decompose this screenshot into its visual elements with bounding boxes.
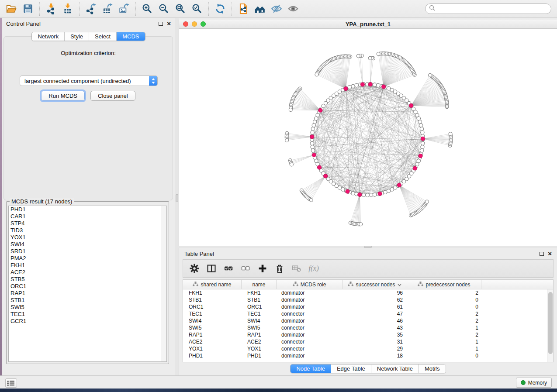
network-node[interactable] — [290, 163, 293, 166]
settings-icon[interactable] — [189, 263, 200, 274]
table-cell[interactable]: 2 — [407, 331, 481, 338]
table-cell[interactable]: 31 — [343, 338, 407, 345]
deselect-all-icon[interactable] — [240, 263, 251, 274]
mcds-result-item[interactable]: ACE2 — [9, 269, 166, 276]
table-cell[interactable]: 43 — [343, 324, 407, 331]
document-network-icon[interactable] — [236, 1, 251, 16]
mcds-result-item[interactable]: YOX1 — [9, 234, 166, 241]
network-node[interactable] — [449, 132, 452, 136]
task-history-button[interactable] — [5, 378, 17, 388]
network-node[interactable] — [419, 124, 423, 127]
table-cell[interactable]: 2 — [407, 317, 481, 324]
table-cell[interactable]: 61 — [343, 303, 407, 310]
network-node[interactable] — [315, 73, 318, 76]
network-node[interactable] — [420, 127, 423, 131]
tab-select[interactable]: Select — [89, 32, 116, 41]
mcds-hub-node[interactable] — [318, 108, 322, 112]
column-header-predecessor-nodes[interactable]: predecessor nodes — [407, 280, 481, 289]
splitter-grip[interactable] — [176, 194, 178, 202]
table-cell[interactable]: 47 — [343, 310, 407, 317]
node-table[interactable]: shared namenameMCDS rolesuccessor nodesp… — [183, 279, 554, 362]
network-node[interactable] — [313, 120, 317, 124]
mcds-result-item[interactable]: SWI5 — [9, 304, 166, 311]
table-cell[interactable]: connector — [277, 310, 343, 317]
network-window-titlebar[interactable]: YPA_prune.txt_1 — [179, 20, 557, 29]
network-node[interactable] — [425, 200, 429, 203]
search-box[interactable] — [425, 3, 551, 14]
tab-node-table[interactable]: Node Table — [291, 364, 331, 373]
network-node[interactable] — [366, 193, 369, 197]
table-cell[interactable]: 0 — [407, 296, 481, 303]
mcds-hub-node[interactable] — [378, 192, 382, 196]
mcds-result-item[interactable]: STB1 — [9, 297, 166, 304]
export-network-icon[interactable] — [83, 1, 98, 16]
table-row[interactable]: PHD1PHD1dominator180 — [183, 352, 553, 359]
table-row[interactable]: RAP1RAP1dominator352 — [183, 331, 553, 338]
float-panel-button[interactable] — [159, 22, 163, 26]
zoom-in-icon[interactable] — [140, 1, 155, 16]
zoom-selected-icon[interactable] — [190, 1, 204, 16]
network-graph[interactable] — [179, 29, 557, 246]
network-node[interactable] — [373, 83, 376, 86]
table-cell[interactable]: SWI5 — [183, 324, 242, 331]
table-cell[interactable]: connector — [277, 345, 343, 352]
mcds-result-list[interactable]: PHD1CAR1STP4TID3YOX1SWI4SRD1PMA2FKH1ACE2… — [8, 206, 167, 362]
network-node[interactable] — [285, 138, 289, 142]
mcds-hub-node[interactable] — [382, 85, 386, 89]
table-cell[interactable]: connector — [277, 324, 343, 331]
table-cell[interactable]: PHD1 — [183, 352, 242, 359]
table-cell[interactable]: ORC1 — [242, 303, 277, 310]
table-cell[interactable]: 18 — [343, 352, 407, 359]
network-node[interactable] — [311, 131, 314, 134]
network-node[interactable] — [377, 83, 380, 87]
mcds-hub-node[interactable] — [397, 183, 401, 187]
table-row[interactable]: STB1STB1dominator620 — [183, 296, 553, 303]
table-cell[interactable]: 2 — [407, 289, 481, 296]
tab-network[interactable]: Network — [32, 32, 64, 41]
network-node[interactable] — [311, 149, 315, 152]
network-node[interactable] — [421, 145, 424, 148]
mcds-hub-node[interactable] — [310, 135, 314, 139]
table-cell[interactable]: 1 — [407, 324, 481, 331]
column-header-name[interactable]: name — [242, 280, 277, 289]
mcds-result-item[interactable]: TEC1 — [9, 311, 166, 318]
table-cell[interactable]: 29 — [343, 345, 407, 352]
network-node[interactable] — [351, 84, 355, 88]
network-node[interactable] — [355, 83, 358, 87]
table-cell[interactable]: 1 — [407, 338, 481, 345]
mcds-result-item[interactable]: PMA2 — [9, 255, 166, 262]
network-node[interactable] — [420, 149, 423, 152]
network-node[interactable] — [418, 120, 422, 124]
scrollbar-thumb[interactable] — [548, 292, 553, 354]
table-cell[interactable]: SWI4 — [183, 317, 242, 324]
network-node[interactable] — [289, 108, 292, 112]
table-row[interactable]: SWI5SWI5connector431 — [183, 324, 553, 331]
table-cell[interactable]: STB1 — [183, 296, 242, 303]
search-input[interactable] — [437, 6, 547, 12]
tab-network-table[interactable]: Network Table — [371, 364, 419, 373]
add-row-icon[interactable] — [257, 263, 268, 274]
export-image-icon[interactable] — [117, 1, 131, 16]
table-cell[interactable]: YOX1 — [183, 345, 242, 352]
mcds-result-item[interactable]: STP4 — [9, 220, 166, 227]
mcds-hub-node[interactable] — [413, 166, 417, 170]
table-cell[interactable]: RAP1 — [183, 331, 242, 338]
table-cell[interactable]: dominator — [277, 317, 343, 324]
run-mcds-button[interactable]: Run MCDS — [41, 91, 85, 101]
table-cell[interactable]: RAP1 — [242, 331, 277, 338]
network-node[interactable] — [359, 223, 363, 226]
mcds-result-item[interactable]: CAR1 — [9, 213, 166, 220]
tab-style[interactable]: Style — [64, 32, 89, 41]
table-cell[interactable]: STB1 — [242, 296, 277, 303]
save-session-icon[interactable] — [21, 1, 35, 16]
refresh-icon[interactable] — [213, 1, 228, 16]
houses-icon[interactable] — [253, 1, 267, 16]
network-node[interactable] — [421, 141, 425, 145]
mcds-hub-node[interactable] — [368, 83, 372, 86]
mcds-result-item[interactable]: SRD1 — [9, 248, 166, 255]
mcds-result-item[interactable]: TID3 — [9, 227, 166, 234]
network-node[interactable] — [429, 73, 432, 77]
table-row[interactable]: FKH1FKH1dominator962 — [183, 289, 553, 296]
float-panel-button[interactable] — [540, 252, 544, 256]
zoom-fit-icon[interactable] — [173, 1, 188, 16]
